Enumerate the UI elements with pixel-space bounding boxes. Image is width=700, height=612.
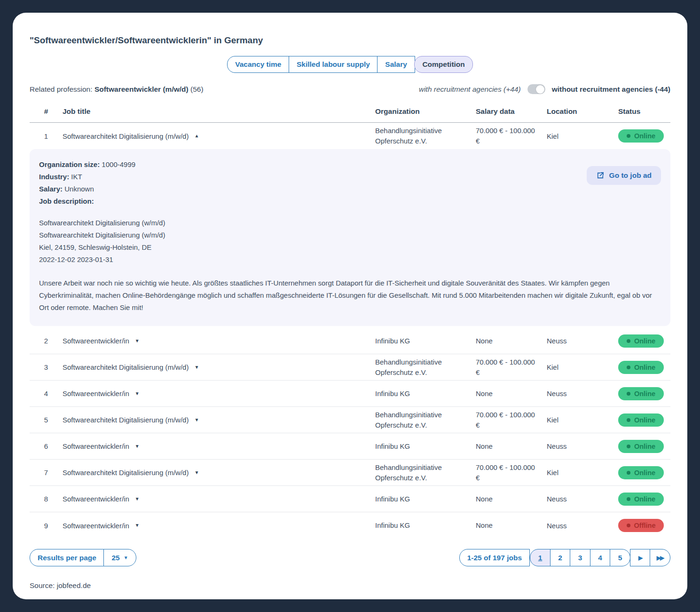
status-label: Online — [634, 416, 655, 424]
status-dot-icon — [627, 134, 630, 138]
salary-data: 70.000 € - 100.000 € — [476, 410, 547, 430]
pagination-page-2[interactable]: 2 — [550, 549, 571, 566]
tab-skilled-labour-supply[interactable]: Skilled labour supply — [289, 56, 378, 73]
expand-caret-icon[interactable]: ▼ — [135, 444, 140, 449]
salary-data: None — [476, 441, 547, 452]
location: Kiel — [547, 132, 618, 140]
status-badge: Online — [618, 334, 664, 348]
status-badge: Online — [618, 493, 664, 506]
status-label: Online — [634, 132, 655, 140]
tab-vacancy-time[interactable]: Vacancy time — [227, 56, 289, 73]
location: Kiel — [547, 416, 618, 424]
job-title: Softwareentwickler/in — [63, 495, 129, 503]
pagination-page-4[interactable]: 4 — [590, 549, 611, 566]
pagination-page-1[interactable]: 1 — [530, 549, 551, 566]
expand-caret-icon[interactable]: ▼ — [135, 391, 140, 396]
header-num: # — [30, 107, 63, 116]
jobs-table: # Job title Organization Salary data Loc… — [30, 106, 670, 539]
salary-data: 70.000 € - 100.000 € — [476, 462, 547, 483]
results-per-page-select[interactable]: 25 ▼ — [103, 549, 136, 566]
expand-caret-icon[interactable]: ▼ — [135, 497, 140, 501]
pagination-range-label: 1-25 of 197 jobs — [459, 549, 530, 566]
job-title: Softwareentwickler/in — [63, 389, 129, 397]
expand-caret-icon[interactable]: ▲ — [194, 134, 199, 138]
row-number: 6 — [30, 442, 63, 450]
row-number: 1 — [30, 132, 63, 140]
job-title: Softwarearchitekt Digitalisierung (m/w/d… — [63, 469, 189, 477]
location: Neuss — [547, 337, 618, 345]
organization: Behandlungsinitiative Opferschutz e.V. — [375, 357, 476, 378]
status-badge: Online — [618, 466, 664, 479]
detail-organization-size: Organization size: 1000-4999 — [39, 159, 661, 171]
tab-bar: Vacancy timeSkilled labour supplySalaryC… — [227, 56, 473, 73]
job-description-paragraph: Unsere Arbeit war noch nie so wichtig wi… — [39, 277, 655, 314]
job-title: Softwarearchitekt Digitalisierung (m/w/d… — [63, 416, 189, 424]
related-profession-label: Related profession: — [30, 85, 93, 93]
tab-competition[interactable]: Competition — [414, 56, 472, 73]
location: Kiel — [547, 469, 618, 477]
status-badge: Online — [618, 361, 664, 374]
status-dot-icon — [627, 392, 630, 396]
expand-caret-icon[interactable]: ▼ — [194, 365, 199, 370]
pagination-next-button[interactable]: ▶ — [630, 549, 651, 566]
page-title: "Softwareentwickler/Softwareentwicklerin… — [30, 35, 670, 46]
organization: Behandlungsinitiative Opferschutz e.V. — [375, 462, 476, 483]
table-header: # Job title Organization Salary data Loc… — [30, 106, 670, 123]
table-row: 9 Softwareentwickler/in ▼ Infinibu KG No… — [30, 512, 670, 539]
header-organization: Organization — [375, 106, 476, 117]
job-description-header-lines: Softwarearchitekt Digitalisierung (w/m/d… — [39, 217, 661, 266]
related-profession: Related profession: Softwareentwickler (… — [30, 85, 204, 94]
detail-salary: Salary: Unknown — [39, 183, 661, 195]
status-badge: Offline — [618, 519, 664, 532]
job-detail-panel: Organization size: 1000-4999 Industry: I… — [30, 149, 670, 326]
organization: Behandlungsinitiative Opferschutz e.V. — [375, 126, 476, 146]
location: Neuss — [547, 442, 618, 450]
header-location: Location — [547, 107, 618, 116]
job-title: Softwareentwickler/in — [63, 337, 129, 345]
salary-data: None — [476, 520, 547, 531]
table-row: 6 Softwareentwickler/in ▼ Infinibu KG No… — [30, 433, 670, 460]
go-to-job-ad-button[interactable]: Go to job ad — [587, 166, 661, 185]
chevron-down-icon: ▼ — [124, 554, 128, 562]
source-note: Source: jobfeed.de — [30, 581, 670, 590]
pagination-page-5[interactable]: 5 — [610, 549, 630, 566]
organization: Infinibu KG — [375, 336, 476, 346]
table-row: 8 Softwareentwickler/in ▼ Infinibu KG No… — [30, 486, 670, 512]
row-number: 3 — [30, 363, 63, 371]
table-row: 5 Softwarearchitekt Digitalisierung (m/w… — [30, 407, 670, 433]
row-number: 7 — [30, 469, 63, 477]
expand-caret-icon[interactable]: ▼ — [135, 523, 140, 528]
header-job-title: Job title — [63, 107, 375, 116]
status-dot-icon — [627, 471, 630, 475]
pagination-last-button[interactable]: ▶▶ — [650, 549, 670, 566]
header-status: Status — [618, 107, 670, 116]
tab-salary[interactable]: Salary — [377, 56, 415, 73]
organization: Infinibu KG — [375, 441, 476, 452]
status-dot-icon — [627, 497, 630, 501]
related-profession-count: (56) — [190, 85, 204, 93]
status-badge: Online — [618, 387, 664, 400]
agency-toggle[interactable] — [527, 84, 545, 94]
salary-data: None — [476, 389, 547, 399]
status-label: Online — [634, 390, 655, 397]
location: Neuss — [547, 389, 618, 397]
related-profession-value: Softwareentwickler (m/w/d) — [94, 85, 189, 93]
expand-caret-icon[interactable]: ▼ — [194, 470, 199, 475]
job-title: Softwarearchitekt Digitalisierung (m/w/d… — [63, 132, 189, 140]
expand-caret-icon[interactable]: ▼ — [194, 418, 199, 422]
status-label: Online — [634, 469, 655, 477]
organization: Infinibu KG — [375, 494, 476, 504]
expand-caret-icon[interactable]: ▼ — [135, 339, 140, 343]
organization: Behandlungsinitiative Opferschutz e.V. — [375, 410, 476, 430]
pagination-page-3[interactable]: 3 — [570, 549, 590, 566]
status-badge: Online — [618, 440, 664, 453]
row-number: 4 — [30, 389, 63, 397]
status-label: Online — [634, 443, 655, 450]
toggle-label-without-agencies: without recruitment agencies (-44) — [552, 85, 670, 94]
toggle-knob — [536, 85, 544, 94]
job-title: Softwarearchitekt Digitalisierung (m/w/d… — [63, 363, 189, 371]
job-title: Softwareentwickler/in — [63, 442, 129, 450]
location: Kiel — [547, 363, 618, 371]
external-link-icon — [596, 171, 605, 180]
status-dot-icon — [627, 524, 630, 527]
